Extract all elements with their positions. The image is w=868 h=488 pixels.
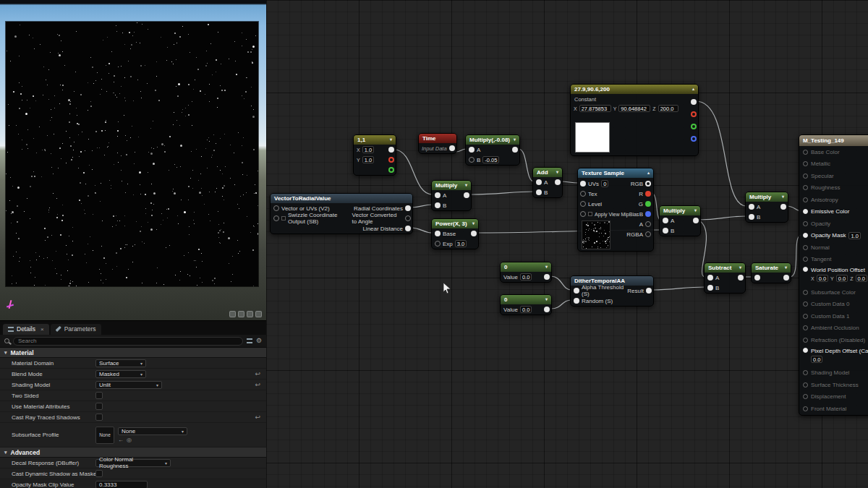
wpo-y-field[interactable]: 0.0 [836, 275, 848, 282]
node-constant2vector[interactable]: 1,1 ▾ X 1.0 Y 1.0 [353, 134, 396, 176]
b-field[interactable]: -0.05 [482, 156, 499, 163]
viewport-maximize-icon[interactable] [255, 311, 262, 317]
pin-a-in[interactable] [707, 275, 713, 281]
pin-vector-in[interactable] [273, 205, 279, 211]
pin-out-r[interactable] [691, 111, 697, 117]
pin-emissive-color[interactable] [803, 209, 808, 214]
pin-radial-out[interactable] [405, 205, 411, 211]
pin-out[interactable] [464, 192, 469, 198]
pin-b-in[interactable] [749, 214, 754, 220]
pin-random-in[interactable] [574, 298, 579, 304]
pin-anisotropy[interactable] [803, 197, 808, 202]
pin-opacity-mask[interactable] [803, 233, 808, 238]
pin-in[interactable] [754, 275, 760, 281]
pin-metallic[interactable] [803, 161, 808, 166]
blend-mode-dropdown[interactable]: Masked▾ [95, 370, 146, 378]
pin-front-material[interactable] [803, 406, 808, 411]
pin-a-in[interactable] [536, 179, 542, 185]
pin-surface-thickness[interactable] [803, 382, 808, 388]
pin-out-rgb[interactable] [691, 99, 697, 105]
search-input[interactable] [13, 337, 243, 346]
pdo-field[interactable]: 0.0 [811, 356, 822, 363]
wpo-x-field[interactable]: 0.0 [817, 275, 828, 282]
color-swatch[interactable] [575, 122, 610, 153]
z-field[interactable]: 200.0 [658, 105, 678, 112]
pin-shading-model[interactable] [803, 370, 808, 375]
pin-a-in[interactable] [749, 204, 754, 210]
swizzle-checkbox[interactable] [281, 216, 286, 221]
pin-out[interactable] [544, 274, 550, 280]
pin-out[interactable] [780, 204, 786, 210]
pin-result-out[interactable] [646, 288, 652, 294]
pin-normal[interactable] [803, 245, 808, 250]
pin-a-in[interactable] [663, 218, 668, 223]
pin-swizzle-in[interactable] [273, 215, 279, 221]
pin-specular[interactable] [803, 174, 808, 179]
pin-base-in[interactable] [435, 231, 441, 236]
node-texture-sample[interactable]: Texture Sample ▴ UVs 0 Tex Level Apply V… [577, 168, 654, 252]
subsurface-profile-dropdown[interactable]: None▾ [118, 427, 187, 435]
pin-out[interactable] [555, 179, 561, 185]
node-power[interactable]: Power(X, 3) ▾ Base Exp 3.0 [431, 218, 479, 249]
close-icon[interactable]: × [41, 326, 44, 333]
pin-out[interactable] [471, 231, 477, 236]
pin-out-b[interactable] [691, 136, 697, 142]
pin-displacement[interactable] [803, 394, 808, 399]
pin-alpha-in[interactable] [574, 288, 579, 294]
pin-level-in[interactable] [580, 201, 586, 207]
pin-tangent[interactable] [803, 257, 808, 262]
x-field[interactable]: 27.875853 [579, 105, 611, 112]
pin-out-r[interactable] [388, 157, 394, 163]
tab-parameters[interactable]: Parameters [51, 324, 101, 335]
subsurface-profile-thumbnail[interactable]: None [95, 427, 114, 444]
pin-out-g[interactable] [691, 124, 697, 129]
pin-uvs-in[interactable] [580, 181, 586, 187]
node-saturate[interactable]: Saturate ▾ [751, 262, 791, 283]
graph-canvas[interactable]: 1,1 ▾ X 1.0 Y 1.0 Time Input Data Multip… [266, 0, 868, 488]
pin-b-out[interactable] [645, 211, 651, 217]
pin-out[interactable] [449, 145, 455, 151]
node-material-result[interactable]: M_Testing_149 Base Color Metallic Specul… [799, 134, 868, 416]
pin-a-in[interactable] [435, 192, 441, 198]
pin-mip-in[interactable] [580, 211, 586, 217]
use-material-attributes-checkbox[interactable] [95, 403, 103, 410]
viewport-shape-icon[interactable] [247, 311, 253, 317]
browse-icon[interactable]: ◎ [127, 437, 132, 443]
pin-roughness[interactable] [803, 185, 808, 190]
node-add[interactable]: Add ▾ A B [532, 167, 563, 198]
pin-out-g[interactable] [388, 167, 394, 173]
pin-custom-data-1[interactable] [803, 314, 808, 319]
use-selected-icon[interactable]: ← [118, 437, 124, 443]
node-time[interactable]: Time Input Data [418, 133, 457, 154]
material-preview-viewport[interactable] [0, 0, 266, 320]
value-field[interactable]: 0.0 [520, 306, 532, 313]
pin-g-out[interactable] [645, 201, 651, 207]
cast-ray-traced-shadows-checkbox[interactable] [95, 414, 103, 421]
mip-checkbox[interactable] [588, 212, 592, 216]
wpo-z-field[interactable]: 0.0 [856, 275, 867, 282]
pin-b-in[interactable] [536, 189, 542, 195]
y-field[interactable]: 1.0 [362, 156, 374, 163]
node-vector-to-radial-value[interactable]: VectorToRadialValue Vector or UVs (V2) R… [270, 193, 413, 234]
y-field[interactable]: 90.648842 [618, 105, 650, 112]
pin-distance-out[interactable] [405, 226, 411, 231]
pin-b-in[interactable] [469, 157, 475, 163]
node-scalar-zero[interactable]: 0 ▾ Value 0.0 [500, 294, 552, 315]
node-constant3vector[interactable]: 27.9,90.6,200 ▴ Constant X 27.875853 Y 9… [570, 84, 699, 156]
pin-opacity[interactable] [803, 221, 808, 226]
material-domain-dropdown[interactable]: Surface▾ [95, 359, 146, 367]
opacity-mask-clip-field[interactable]: 0.3333 [95, 481, 148, 488]
section-material[interactable]: ▾ Material [0, 348, 266, 358]
pin-rgba-out[interactable] [645, 231, 651, 237]
node-multiply[interactable]: Multiply ▾ A B [745, 192, 788, 223]
gear-icon[interactable]: ⚙ [256, 338, 262, 344]
node-multiply-const[interactable]: Multiply(,-0.08) ▾ A B -0.05 [465, 134, 520, 166]
opacity-mask-field[interactable]: 1.0 [848, 232, 860, 239]
pin-pixel-depth-offset[interactable] [803, 348, 808, 353]
x-field[interactable]: 1.0 [362, 146, 374, 153]
pin-a-out[interactable] [645, 221, 651, 227]
pin-b-in[interactable] [663, 228, 668, 234]
viewport-realtime-icon[interactable] [229, 311, 236, 317]
pin-b-in[interactable] [435, 202, 441, 208]
pin-out[interactable] [738, 275, 744, 281]
